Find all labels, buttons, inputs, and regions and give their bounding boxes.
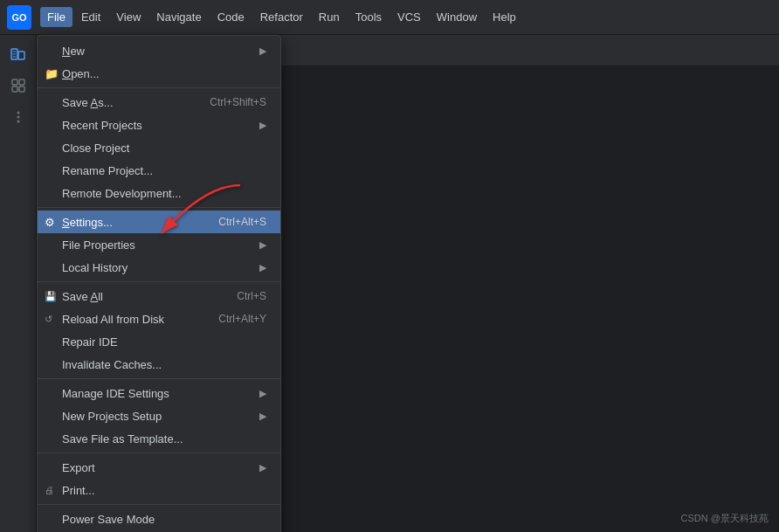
open-icon: 📁 [45, 67, 59, 80]
reload-icon: ↺ [45, 314, 52, 325]
print-icon: 🖨 [45, 485, 54, 495]
menu-help[interactable]: Help [486, 7, 523, 27]
menu-item-invalidate[interactable]: Invalidate Caches... [38, 353, 280, 376]
menu-item-recent[interactable]: Recent Projects ▶ [38, 114, 280, 136]
menu-item-reload[interactable]: ↺ Reload All from Disk Ctrl+Alt+Y [38, 307, 280, 330]
menu-item-save-template[interactable]: Save File as Template... [38, 427, 280, 450]
submenu-arrow-new-projects: ▶ [259, 411, 266, 422]
separator-1 [38, 87, 280, 88]
menu-edit[interactable]: Edit [74, 7, 107, 27]
menu-item-manage-ide[interactable]: Manage IDE Settings ▶ [38, 382, 280, 404]
menu-item-remote[interactable]: Remote Development... [38, 182, 280, 204]
menu-vcs[interactable]: VCS [390, 7, 428, 27]
menu-code[interactable]: Code [210, 7, 252, 27]
separator-2 [38, 207, 280, 208]
menu-item-open[interactable]: 📁 Open... [38, 62, 280, 85]
submenu-arrow-manage-ide: ▶ [259, 388, 266, 399]
menu-item-print[interactable]: 🖨 Print... [38, 479, 280, 501]
shortcut-reload: Ctrl+Alt+Y [218, 313, 266, 325]
menu-item-save-all[interactable]: 💾 Save All Ctrl+S [38, 285, 280, 307]
menu-item-local-history[interactable]: Local History ▶ [38, 256, 280, 279]
menu-item-new[interactable]: New ▶ [38, 39, 280, 62]
separator-3 [38, 281, 280, 282]
topbar: GO File Edit View Navigate Code Refactor… [0, 0, 779, 35]
menu-item-save-as[interactable]: Save As... Ctrl+Shift+S [38, 91, 280, 114]
menu-window[interactable]: Window [430, 7, 484, 27]
menu-tools[interactable]: Tools [348, 7, 389, 27]
menu-item-close[interactable]: Close Project [38, 136, 280, 159]
shortcut-save-as: Ctrl+Shift+S [210, 96, 266, 108]
menu-item-repair[interactable]: Repair IDE [38, 330, 280, 353]
menu-item-file-props[interactable]: File Properties ▶ [38, 233, 280, 256]
menu-item-rename[interactable]: Rename Project... [38, 159, 280, 182]
submenu-arrow-new: ▶ [259, 45, 266, 57]
save-all-icon: 💾 [45, 291, 57, 302]
shortcut-save-all: Ctrl+S [237, 290, 266, 302]
menu-navigate[interactable]: Navigate [149, 7, 208, 27]
submenu-arrow-export: ▶ [259, 462, 266, 473]
menu-file[interactable]: File [40, 7, 72, 27]
submenu-arrow-local-history: ▶ [259, 262, 266, 273]
menu-item-power-save[interactable]: Power Save Mode [38, 508, 280, 530]
menu-item-export[interactable]: Export ▶ [38, 456, 280, 479]
menu-item-new-projects[interactable]: New Projects Setup ▶ [38, 404, 280, 427]
separator-4 [38, 378, 280, 379]
settings-icon: ⚙ [45, 216, 55, 229]
separator-5 [38, 453, 280, 453]
file-dropdown-menu: New ▶ 📁 Open... Save As... Ctrl+Shift+S … [37, 35, 281, 532]
menu-refactor[interactable]: Refactor [253, 7, 310, 27]
menu-item-settings[interactable]: ⚙ Settings... Ctrl+Alt+S [38, 211, 280, 233]
menu-bar: File Edit View Navigate Code Refactor Ru… [40, 7, 523, 27]
menu-run[interactable]: Run [312, 7, 347, 27]
ide-logo: GO [7, 5, 31, 30]
submenu-arrow-recent: ▶ [259, 120, 266, 131]
separator-6 [38, 504, 280, 505]
menu-overlay[interactable]: New ▶ 📁 Open... Save As... Ctrl+Shift+S … [0, 35, 779, 532]
shortcut-settings: Ctrl+Alt+S [218, 216, 266, 228]
submenu-arrow-file-props: ▶ [259, 239, 266, 251]
menu-view[interactable]: View [109, 7, 148, 27]
